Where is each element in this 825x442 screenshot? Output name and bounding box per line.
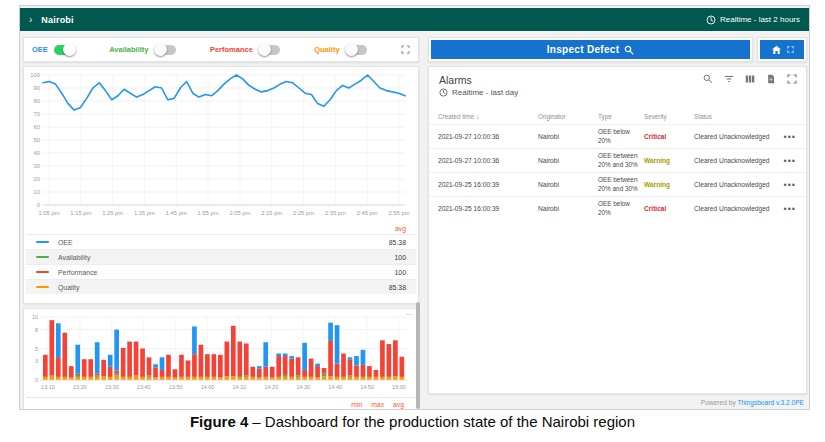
svg-text:13:10: 13:10 xyxy=(41,384,55,390)
alarm-table-row[interactable]: 2021-09-25 16:00:39 Nairobi OEE below 20… xyxy=(429,196,806,220)
legend-avg-header: avg xyxy=(395,225,406,232)
legend-header: avg xyxy=(26,222,416,234)
line-legend-rows: OEE85.38Availability100Performance100Qua… xyxy=(26,234,416,294)
inspect-defect-card: Inspect Defect xyxy=(428,37,753,62)
legend-series-name: Quality xyxy=(58,284,389,291)
oee-line-chart[interactable]: 01020304050607080901001:05 pm1:15 pm1:25… xyxy=(26,70,410,218)
search-icon[interactable] xyxy=(703,74,713,84)
column-status[interactable]: Status xyxy=(694,113,780,120)
alarm-table-row[interactable]: 2021-09-27 10:00:36 Nairobi OEE between … xyxy=(429,148,806,172)
thingsboard-version-link[interactable]: Thingsboard v.3.2.0PE xyxy=(737,399,804,406)
home-button[interactable] xyxy=(760,40,804,59)
left-column-scrollbar[interactable] xyxy=(416,302,420,409)
fullscreen-icon[interactable] xyxy=(401,45,410,54)
inspect-defect-button[interactable]: Inspect Defect xyxy=(431,40,750,59)
production-bar-chart[interactable]: 03581013:1013:2013:3013:4013:5014:0014:1… xyxy=(26,312,414,392)
alarms-timewindow-button[interactable]: Realtime - last day xyxy=(439,88,518,97)
svg-text:60: 60 xyxy=(34,124,40,130)
legend-avg-value: 100 xyxy=(395,254,407,261)
legend-row[interactable]: Performance100 xyxy=(26,264,416,279)
home-icon xyxy=(771,45,782,55)
svg-text:40: 40 xyxy=(34,150,40,156)
svg-text:13:30: 13:30 xyxy=(105,384,119,390)
alarm-severity: Critical xyxy=(644,133,694,140)
fullscreen-small-icon[interactable] xyxy=(787,46,794,53)
powered-by: Powered by Thingsboard v.3.2.0PE xyxy=(701,399,804,406)
toggle-performance[interactable]: Perfomance xyxy=(210,45,280,55)
alarm-row-menu-icon[interactable]: ••• xyxy=(784,180,806,190)
toggle-quality[interactable]: Quality xyxy=(314,45,366,55)
inspect-defect-label: Inspect Defect xyxy=(547,44,620,55)
column-originator[interactable]: Originator xyxy=(538,113,598,120)
toggle-availability[interactable]: Availability xyxy=(109,45,175,55)
toggle-oee-switch[interactable] xyxy=(54,45,75,55)
alarm-status: Cleared Unacknowledged xyxy=(694,181,780,188)
columns-icon[interactable] xyxy=(745,74,755,84)
production-bar-card: ... 03581013:1013:2013:3013:4013:5014:00… xyxy=(23,308,419,410)
legend-color-dash xyxy=(36,271,49,273)
alarm-type: OEE between 20% and 30% xyxy=(598,152,644,169)
alarm-table-row[interactable]: 2021-09-25 16:00:39 Nairobi OEE between … xyxy=(429,172,806,196)
alarm-originator: Nairobi xyxy=(538,181,598,188)
legend-avg-value: 85.38 xyxy=(389,284,406,291)
figure-caption: Figure 4– Dashboard for the production s… xyxy=(0,413,825,430)
alarm-created-time: 2021-09-25 16:00:39 xyxy=(438,205,538,212)
legend-row[interactable]: Quality85.38 xyxy=(26,279,416,294)
svg-text:30: 30 xyxy=(34,163,40,169)
svg-text:3: 3 xyxy=(35,358,38,364)
timewindow-button[interactable]: Realtime - last 2 hours xyxy=(706,15,800,25)
alarm-row-menu-icon[interactable]: ••• xyxy=(784,156,806,166)
svg-text:13:40: 13:40 xyxy=(137,384,151,390)
legend-color-dash xyxy=(36,256,49,258)
toggle-availability-switch[interactable] xyxy=(155,45,176,55)
toggle-quality-switch[interactable] xyxy=(346,45,367,55)
svg-text:1:15 pm: 1:15 pm xyxy=(70,210,91,216)
figure-label: Figure 4 xyxy=(190,413,248,430)
breadcrumb-chevron-icon: › xyxy=(29,14,32,25)
alarm-row-menu-icon[interactable]: ••• xyxy=(784,132,806,142)
oee-timeseries-card: 01020304050607080901001:05 pm1:15 pm1:25… xyxy=(23,66,419,304)
column-type[interactable]: Type xyxy=(598,113,644,120)
dashboard-screenshot: › Nairobi Realtime - last 2 hours OEE Av… xyxy=(19,5,810,410)
alarm-status: Cleared Unacknowledged xyxy=(694,157,780,164)
stat-header-max: max xyxy=(371,401,384,408)
export-icon[interactable] xyxy=(766,74,776,84)
column-created-time[interactable]: Created time↓ xyxy=(438,113,538,120)
alarm-status: Cleared Unacknowledged xyxy=(694,205,780,212)
alarm-severity: Critical xyxy=(644,205,694,212)
svg-text:20: 20 xyxy=(34,176,40,182)
legend-row[interactable]: Availability100 xyxy=(26,249,416,264)
alarms-table: Created time↓ Originator Type Severity S… xyxy=(429,109,806,220)
toggle-performance-label: Perfomance xyxy=(210,45,253,54)
toggle-availability-label: Availability xyxy=(109,45,148,54)
dashboard-toolbar: › Nairobi Realtime - last 2 hours xyxy=(20,8,809,31)
alarm-originator: Nairobi xyxy=(538,157,598,164)
fullscreen-icon[interactable] xyxy=(787,74,797,84)
filter-icon[interactable] xyxy=(724,74,734,84)
toggle-oee[interactable]: OEE xyxy=(32,45,75,55)
svg-text:10: 10 xyxy=(34,189,40,195)
column-severity[interactable]: Severity xyxy=(644,113,694,120)
legend-overflow-icon[interactable]: ... xyxy=(406,309,413,317)
legend-series-name: OEE xyxy=(58,239,389,246)
alarm-type: OEE below 20% xyxy=(598,200,644,217)
alarm-type: OEE below 20% xyxy=(598,128,644,145)
alarms-table-header: Created time↓ Originator Type Severity S… xyxy=(429,109,806,124)
legend-row[interactable]: OEE85.38 xyxy=(26,234,416,249)
timewindow-label: Realtime - last 2 hours xyxy=(720,15,800,24)
svg-text:90: 90 xyxy=(34,85,40,91)
alarm-row-menu-icon[interactable]: ••• xyxy=(784,204,806,214)
alarm-type: OEE between 20% and 30% xyxy=(598,176,644,193)
alarm-severity: Warning xyxy=(644,157,694,164)
breadcrumb[interactable]: Nairobi xyxy=(41,15,73,25)
svg-text:2:15 pm: 2:15 pm xyxy=(261,210,282,216)
svg-text:10: 10 xyxy=(32,314,38,320)
svg-text:0: 0 xyxy=(37,202,40,208)
alarm-created-time: 2021-09-25 16:00:39 xyxy=(438,181,538,188)
svg-text:2:05 pm: 2:05 pm xyxy=(229,210,250,216)
alarm-table-row[interactable]: 2021-09-27 10:00:36 Nairobi OEE below 20… xyxy=(429,124,806,148)
svg-text:8: 8 xyxy=(35,327,38,333)
toggle-performance-switch[interactable] xyxy=(259,45,280,55)
svg-text:2:35 pm: 2:35 pm xyxy=(325,210,346,216)
svg-text:2:55 pm: 2:55 pm xyxy=(389,210,410,216)
